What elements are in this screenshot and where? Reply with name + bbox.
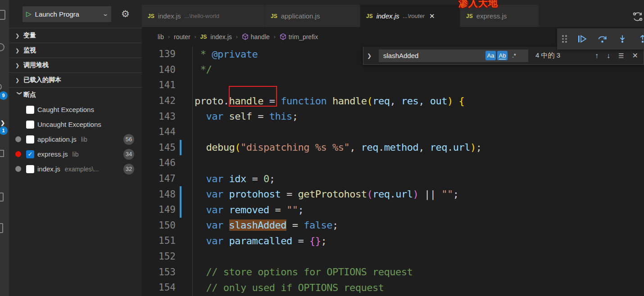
code-line-150[interactable]: 150 var slashAdded = false; xyxy=(142,218,644,233)
code-line-152[interactable]: 152 xyxy=(142,249,644,265)
extensions-icon[interactable] xyxy=(0,150,4,157)
chevron-right-icon: ❯ xyxy=(15,33,23,39)
breadcrumb-item-trim_prefix[interactable]: trim_prefix xyxy=(280,33,318,40)
code-token xyxy=(195,204,206,215)
next-match-icon[interactable]: ↓ xyxy=(607,52,610,59)
remote-icon[interactable] xyxy=(0,193,4,202)
line-number[interactable]: 140 xyxy=(142,64,176,75)
line-number[interactable]: 144 xyxy=(142,126,176,137)
continue-icon[interactable] xyxy=(578,34,587,44)
gear-icon[interactable]: ⚙ xyxy=(121,9,130,19)
breadcrumb-item-router[interactable]: router xyxy=(174,33,190,40)
tab-index-js[interactable]: JSindex.js...\router✕ xyxy=(360,5,460,27)
step-out-icon[interactable] xyxy=(638,34,644,44)
close-icon[interactable]: ✕ xyxy=(632,52,638,59)
gutter-spacer xyxy=(180,155,181,171)
code-token: var xyxy=(206,235,223,247)
code-token: // only used if OPTIONS request xyxy=(195,282,384,293)
line-number[interactable]: 146 xyxy=(142,157,176,168)
run-debug-icon[interactable]: ❯ xyxy=(0,120,5,126)
find-in-selection-icon[interactable]: ☰ xyxy=(618,53,624,59)
line-number[interactable]: 153 xyxy=(142,267,176,278)
js-file-icon: JS xyxy=(200,34,207,40)
code-line-147[interactable]: 147 var idx = 0; xyxy=(142,171,644,187)
symbol-method-icon xyxy=(280,33,286,40)
code-text: var idx = 0; xyxy=(181,173,275,184)
launch-config-dropdown[interactable]: ▷ Launch Progra ⌄ xyxy=(23,6,111,22)
code-text: var slashAdded = false; xyxy=(181,220,338,231)
section-header-已载入的脚本[interactable]: ❯已载入的脚本 xyxy=(9,72,142,87)
line-number[interactable]: 149 xyxy=(142,204,176,215)
line-number[interactable]: 145 xyxy=(142,142,176,153)
output-icon[interactable] xyxy=(0,223,3,233)
section-header-断点[interactable]: ❯断点 xyxy=(9,87,142,102)
code-line-149[interactable]: 149 var removed = ""; xyxy=(142,202,644,218)
line-number[interactable]: 154 xyxy=(142,282,176,293)
code-line-143[interactable]: 143 var self = this; xyxy=(142,108,644,124)
code-token: var xyxy=(206,173,223,184)
line-number[interactable]: 148 xyxy=(142,189,176,200)
toolbar-drag-handle[interactable] xyxy=(562,35,567,43)
checkbox-unchecked[interactable] xyxy=(26,165,34,173)
checkbox-unchecked[interactable] xyxy=(26,135,34,144)
line-number[interactable]: 151 xyxy=(142,235,176,246)
breadcrumb-item-index.js[interactable]: JSindex.js xyxy=(200,33,232,40)
checkbox-unchecked[interactable] xyxy=(26,106,34,114)
code-line-154[interactable]: 154 // only used if OPTIONS request xyxy=(142,280,644,296)
find-input[interactable] xyxy=(382,51,484,60)
breakpoint-row[interactable]: application.jslib56 xyxy=(9,132,142,147)
code-line-142[interactable]: 142proto.handle = function handle(req, r… xyxy=(142,93,644,109)
checkbox-checked[interactable]: ✓ xyxy=(26,150,34,158)
code-token: , xyxy=(418,95,430,107)
code-line-146[interactable]: 146 xyxy=(142,155,644,171)
breakpoint-row[interactable]: Caught Exceptions xyxy=(9,102,142,117)
code-token: . xyxy=(390,188,395,200)
breakpoint-file: application.js xyxy=(37,135,77,143)
start-debug-icon[interactable]: ▷ xyxy=(26,10,32,18)
code-token: idx xyxy=(223,173,246,184)
section-header-调用堆栈[interactable]: ❯调用堆栈 xyxy=(9,58,142,72)
code-line-145[interactable]: 145 debug("dispatching %s %s", req.metho… xyxy=(142,140,644,156)
line-number[interactable]: 150 xyxy=(142,220,176,231)
code-line-151[interactable]: 151 var paramcalled = {}; xyxy=(142,233,644,249)
step-over-icon[interactable] xyxy=(598,34,608,44)
line-number[interactable]: 139 xyxy=(142,49,176,59)
tab-application-js[interactable]: JSapplication.js xyxy=(265,5,360,27)
code-line-144[interactable]: 144 xyxy=(142,124,644,140)
previous-match-icon[interactable]: ↑ xyxy=(595,52,599,59)
source-control-icon[interactable] xyxy=(0,84,2,90)
section-header-监视[interactable]: ❯监视 xyxy=(9,43,142,58)
section-header-变量[interactable]: ❯变量 xyxy=(9,28,142,43)
synchronize-changes-icon[interactable] xyxy=(632,11,644,24)
code-line-148[interactable]: 148 var protohost = getProtohost(req.url… xyxy=(142,186,644,202)
code-token: * xyxy=(195,49,212,60)
code-token: ; xyxy=(292,111,298,122)
tab-index-js[interactable]: JSindex.js...\hello-world xyxy=(142,5,265,27)
line-number[interactable]: 147 xyxy=(142,173,176,184)
line-number[interactable]: 141 xyxy=(142,80,176,90)
search-icon[interactable] xyxy=(0,43,5,51)
breakpoint-row[interactable]: Uncaught Exceptions xyxy=(9,117,142,132)
breakpoint-disabled-dot xyxy=(15,136,21,142)
launch-config-label: Launch Progra xyxy=(35,10,103,18)
match-case-toggle[interactable]: Aa xyxy=(485,51,496,60)
line-number[interactable]: 142 xyxy=(142,95,176,106)
breakpoint-row[interactable]: index.jsexamples\...32 xyxy=(9,161,142,176)
code-line-153[interactable]: 153 // store options for OPTIONS request xyxy=(142,264,644,280)
whole-word-toggle[interactable]: Ab xyxy=(497,51,508,60)
toggle-replace-chevron-icon[interactable]: ❯ xyxy=(367,53,375,59)
checkbox-unchecked[interactable] xyxy=(26,121,34,129)
breakpoint-row[interactable]: ✓express.jslib34 xyxy=(9,147,142,161)
explorer-icon[interactable] xyxy=(0,10,5,20)
close-icon[interactable]: ✕ xyxy=(429,12,435,20)
debug-badge: 1 xyxy=(0,126,8,135)
breadcrumb-item-lib[interactable]: lib xyxy=(158,33,164,40)
code-token: var xyxy=(206,220,223,231)
code-editor[interactable]: 139 * @private140 */141142proto.handle =… xyxy=(142,46,644,296)
step-into-icon[interactable] xyxy=(618,34,627,44)
breadcrumb-item-handle[interactable]: handle xyxy=(242,33,270,40)
code-line-141[interactable]: 141 xyxy=(142,77,644,93)
regex-toggle[interactable]: .* xyxy=(509,51,519,60)
line-number[interactable]: 152 xyxy=(142,251,176,262)
line-number[interactable]: 143 xyxy=(142,111,176,122)
